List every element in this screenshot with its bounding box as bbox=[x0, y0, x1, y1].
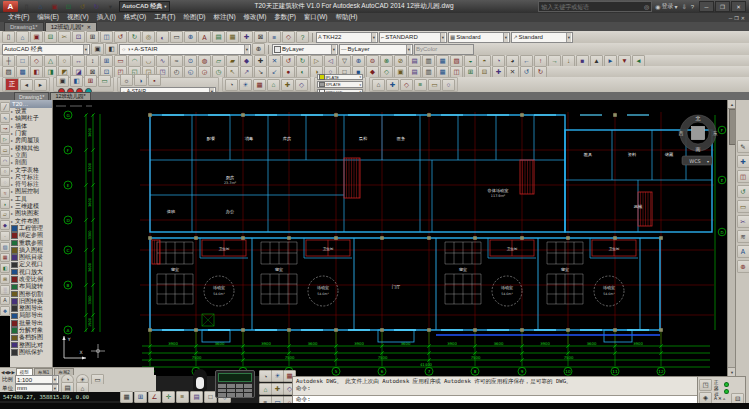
menu-item[interactable]: 格式(O) bbox=[120, 13, 150, 22]
toolbar-icon[interactable]: ▱ bbox=[0, 210, 10, 220]
toolbar-icon[interactable]: ◫ bbox=[450, 66, 463, 78]
toolbar-icon[interactable]: ► bbox=[604, 55, 617, 67]
toolbar-icon[interactable]: ◆ bbox=[366, 66, 379, 78]
toolbar-icon[interactable]: ▭ bbox=[98, 75, 111, 87]
menu-item[interactable]: 绘图(D) bbox=[180, 13, 210, 22]
table-style-combo[interactable]: ▦Standard▾ bbox=[448, 32, 510, 43]
dim-style-combo[interactable]: ⌐STANDARD▾ bbox=[379, 32, 447, 43]
file-tab[interactable]: 12班幼儿园*✕ bbox=[45, 22, 97, 31]
signin-button[interactable]: ◉ 登录 ▾ bbox=[654, 2, 678, 11]
toolbar-icon[interactable]: ↓ bbox=[562, 55, 575, 67]
toolbar-icon[interactable]: ↺ bbox=[520, 66, 533, 78]
toolbar-icon[interactable]: ▦ bbox=[253, 79, 266, 91]
toolbar-icon[interactable]: ■ bbox=[576, 55, 589, 67]
osnap-led[interactable] bbox=[724, 389, 729, 395]
toolbar-icon[interactable]: ▭ bbox=[170, 31, 183, 43]
search-input[interactable] bbox=[539, 4, 642, 10]
toolbar-icon[interactable]: ▣ bbox=[56, 75, 69, 87]
toolbar-icon[interactable]: ∠ bbox=[148, 391, 161, 403]
menu-item[interactable]: 插入(I) bbox=[93, 13, 120, 22]
toolbar-icon[interactable]: ✚ bbox=[386, 79, 399, 91]
toolbar-icon[interactable]: ◇ bbox=[380, 66, 393, 78]
toolbar-icon[interactable]: ✛ bbox=[162, 391, 175, 403]
toolbar-icon[interactable]: ◄ bbox=[632, 55, 645, 67]
toolbar-icon[interactable]: ▯ bbox=[2, 31, 15, 43]
toolbar-icon[interactable]: ◫ bbox=[100, 31, 113, 43]
menu-item[interactable]: 窗口(W) bbox=[300, 13, 331, 22]
doc-minimize-icon[interactable]: ─ bbox=[729, 15, 733, 21]
next-icon[interactable]: ▸ bbox=[34, 79, 47, 91]
toolbar-icon[interactable]: ✚ bbox=[240, 31, 253, 43]
toolbar-icon[interactable]: ⊞ bbox=[84, 75, 97, 87]
menu-item[interactable]: 视图(V) bbox=[63, 13, 93, 22]
calculator-widget[interactable] bbox=[215, 370, 255, 398]
toolbar-icon[interactable]: ⊞ bbox=[86, 31, 99, 43]
screen-menu-command[interactable]: 图纸保护 bbox=[10, 349, 52, 356]
toolbar-icon[interactable]: ▤ bbox=[408, 66, 421, 78]
toolbar-icon[interactable]: ◗ bbox=[0, 199, 10, 209]
toolbar-icon[interactable]: ✚ bbox=[492, 66, 505, 78]
layer-properties-icon[interactable]: ▣ bbox=[91, 43, 104, 55]
help-icon[interactable]: ? bbox=[690, 4, 695, 10]
menu-item[interactable]: 修改(M) bbox=[240, 13, 271, 22]
menu-item[interactable]: 文件(F) bbox=[4, 13, 33, 22]
toolbar-icon[interactable]: ◧ bbox=[70, 75, 83, 87]
toolbar-icon[interactable]: ▨ bbox=[2, 66, 15, 78]
toolbar-icon[interactable]: ≡ bbox=[176, 391, 189, 403]
toolbar-icon[interactable]: ✎ bbox=[737, 140, 749, 153]
toolbar-icon[interactable]: ⌂ bbox=[267, 79, 280, 91]
toolbar-icon[interactable]: ↝ bbox=[0, 124, 10, 134]
toolbar-icon[interactable]: ↻ bbox=[128, 31, 141, 43]
toolbar-icon[interactable]: ▦ bbox=[436, 66, 449, 78]
toolbar-icon[interactable]: ▭ bbox=[0, 145, 10, 155]
toolbar-icon[interactable]: ▤ bbox=[190, 391, 203, 403]
toolbar-icon[interactable]: ⊟ bbox=[62, 1, 75, 13]
toolbar-icon[interactable]: ● bbox=[282, 66, 295, 78]
toolbar-icon[interactable]: A bbox=[737, 245, 749, 258]
toolbar-icon[interactable]: ▯ bbox=[20, 1, 33, 13]
toolbar-icon[interactable]: ◔ bbox=[225, 79, 238, 91]
menu-item[interactable]: 编辑(E) bbox=[33, 13, 63, 22]
toolbar-icon[interactable]: ◆ bbox=[0, 220, 10, 230]
toolbar-icon[interactable]: ▣ bbox=[30, 31, 43, 43]
toolbar-icon[interactable]: A bbox=[198, 31, 211, 43]
linetype-combo[interactable]: —ByLayer▾ bbox=[339, 44, 413, 55]
menu-item[interactable]: 标注(N) bbox=[210, 13, 240, 22]
toolbar-icon[interactable]: ✚ bbox=[281, 79, 294, 91]
toolbar-icon[interactable]: ◎ bbox=[142, 31, 155, 43]
toolbar-icon[interactable]: ⊞ bbox=[0, 274, 10, 284]
toolbar-icon[interactable]: ◇ bbox=[282, 31, 295, 43]
tab-close-icon[interactable]: ✕ bbox=[87, 24, 91, 30]
toolbar-icon[interactable]: ◧ bbox=[30, 66, 43, 78]
make-current-icon[interactable]: ⊕ bbox=[252, 43, 265, 55]
toolbar-icon[interactable]: ↺ bbox=[114, 31, 127, 43]
toolbar-icon[interactable]: ☀ bbox=[239, 79, 252, 91]
toolbar-icon[interactable]: ▾ bbox=[104, 1, 117, 13]
minimize-button[interactable]: ─ bbox=[699, 1, 714, 12]
ortho-led[interactable] bbox=[724, 382, 729, 388]
toolbar-icon[interactable]: → bbox=[548, 55, 561, 67]
toolbar-icon[interactable]: ⊟ bbox=[478, 66, 491, 78]
messenger-penguin-icon[interactable] bbox=[193, 369, 207, 391]
toolbar-icon[interactable]: ○ bbox=[442, 79, 455, 91]
app-menu-button[interactable]: A bbox=[3, 1, 18, 12]
toolbar-icon[interactable]: ✂ bbox=[58, 31, 71, 43]
layer-states-icon[interactable]: ◧ bbox=[105, 43, 118, 55]
menu-item[interactable]: 工具(T) bbox=[150, 13, 179, 22]
plate-combo[interactable]: IPLATE▾ bbox=[317, 74, 363, 81]
text-style-combo[interactable]: ATKH22▾ bbox=[316, 32, 378, 43]
toolbar-icon[interactable]: ▣ bbox=[48, 1, 61, 13]
toolbar-icon[interactable]: ⌂ bbox=[16, 31, 29, 43]
prev-icon[interactable]: ◂ bbox=[20, 79, 33, 91]
toolbar-icon[interactable]: ▦ bbox=[120, 391, 133, 403]
toolbar-icon[interactable]: ▦ bbox=[226, 31, 239, 43]
doc-restore-icon[interactable]: ❐ bbox=[734, 15, 738, 21]
file-tab[interactable]: Drawing1* bbox=[4, 22, 44, 31]
toolbar-icon[interactable]: ▤ bbox=[212, 31, 225, 43]
toolbar-icon[interactable]: ╱ bbox=[0, 102, 10, 112]
toolbar-icon[interactable]: ◧ bbox=[0, 263, 10, 273]
toolbar-icon[interactable]: ▭ bbox=[428, 79, 441, 91]
color-combo[interactable]: ByLayer▾ bbox=[272, 44, 338, 55]
drawing-tab[interactable]: Drawing1* bbox=[14, 92, 49, 100]
toolbar-icon[interactable]: ◑ bbox=[134, 74, 147, 86]
